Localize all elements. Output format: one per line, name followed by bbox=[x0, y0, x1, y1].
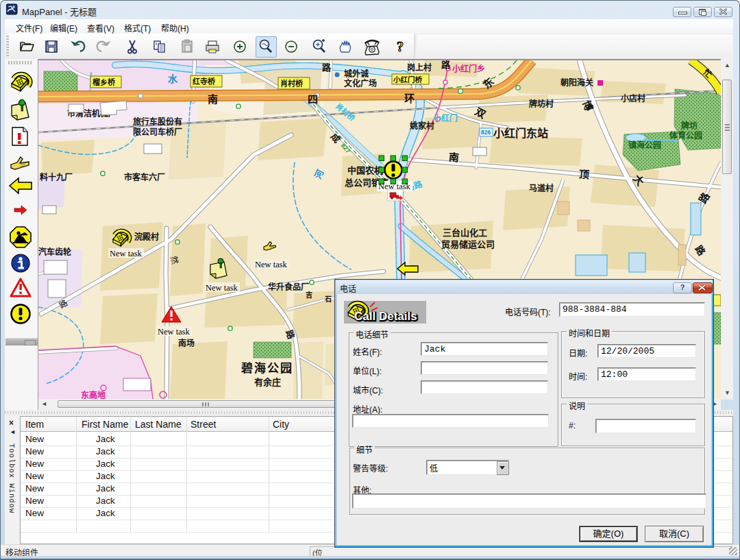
svg-text:四: 四 bbox=[308, 93, 318, 105]
svg-text:路: 路 bbox=[322, 62, 332, 73]
svg-text:Call Details: Call Details bbox=[354, 310, 417, 323]
svg-text:New task: New task bbox=[255, 260, 288, 269]
svg-text:镇海公园: 镇海公园 bbox=[628, 140, 661, 150]
svg-text:南场: 南场 bbox=[178, 338, 195, 348]
svg-text:华升食品厂: 华升食品厂 bbox=[268, 282, 309, 292]
svg-text:小红门: 小红门 bbox=[433, 113, 458, 123]
svg-text:体育公园: 体育公园 bbox=[669, 130, 702, 141]
svg-text:水: 水 bbox=[168, 73, 178, 84]
svg-text:路: 路 bbox=[441, 60, 451, 70]
svg-text:东高地: 东高地 bbox=[81, 390, 106, 399]
svg-text:小店村: 小店村 bbox=[621, 93, 645, 104]
svg-text:市客车六厂: 市客车六厂 bbox=[124, 172, 165, 182]
svg-text:有余庄: 有余庄 bbox=[254, 377, 281, 387]
svg-text:New task: New task bbox=[206, 283, 238, 293]
svg-text:南: 南 bbox=[448, 151, 459, 163]
svg-text:826: 826 bbox=[481, 129, 491, 136]
svg-text:南: 南 bbox=[208, 93, 218, 105]
svg-text:牌坊: 牌坊 bbox=[681, 121, 698, 131]
svg-text:环: 环 bbox=[404, 93, 415, 104]
svg-text:中国农机: 中国农机 bbox=[347, 165, 383, 175]
svg-text:贸易储运公司: 贸易储运公司 bbox=[441, 239, 495, 249]
svg-text:碧海公园: 碧海公园 bbox=[241, 361, 293, 375]
svg-text:吉: 吉 bbox=[306, 291, 312, 299]
svg-text:旅行车股份有: 旅行车股份有 bbox=[133, 117, 182, 127]
svg-text:小红门东站: 小红门东站 bbox=[493, 127, 548, 139]
svg-text:New task: New task bbox=[110, 249, 143, 258]
svg-text:文化广场: 文化广场 bbox=[344, 78, 377, 88]
svg-text:朝阳海关: 朝阳海关 bbox=[560, 77, 593, 88]
svg-text:汽车齿轮: 汽车齿轮 bbox=[38, 247, 72, 257]
svg-text:牌坊村: 牌坊村 bbox=[529, 99, 554, 109]
svg-text:小红门桥: 小红门桥 bbox=[393, 75, 422, 84]
svg-text:城外诚: 城外诚 bbox=[344, 69, 369, 79]
svg-text:岗上村: 岗上村 bbox=[407, 62, 432, 73]
svg-text:?: ? bbox=[397, 39, 404, 54]
svg-text:三台山化工: 三台山化工 bbox=[443, 228, 487, 238]
svg-text:姚家村: 姚家村 bbox=[409, 121, 434, 131]
svg-text:马道村: 马道村 bbox=[529, 183, 554, 193]
svg-text:肖村桥: 肖村桥 bbox=[280, 79, 304, 88]
svg-text:限公司车桥厂: 限公司车桥厂 bbox=[133, 127, 182, 137]
svg-text:料十九厂: 料十九厂 bbox=[40, 172, 73, 182]
svg-text:顶: 顶 bbox=[578, 168, 589, 180]
svg-text:New task: New task bbox=[158, 327, 190, 337]
svg-text:小红门乡: 小红门乡 bbox=[452, 64, 485, 74]
svg-text:红寺桥: 红寺桥 bbox=[193, 77, 216, 86]
svg-text:石: 石 bbox=[324, 295, 332, 303]
svg-text:浣殿村: 浣殿村 bbox=[134, 232, 159, 242]
svg-text:榴乡桥: 榴乡桥 bbox=[92, 77, 116, 86]
